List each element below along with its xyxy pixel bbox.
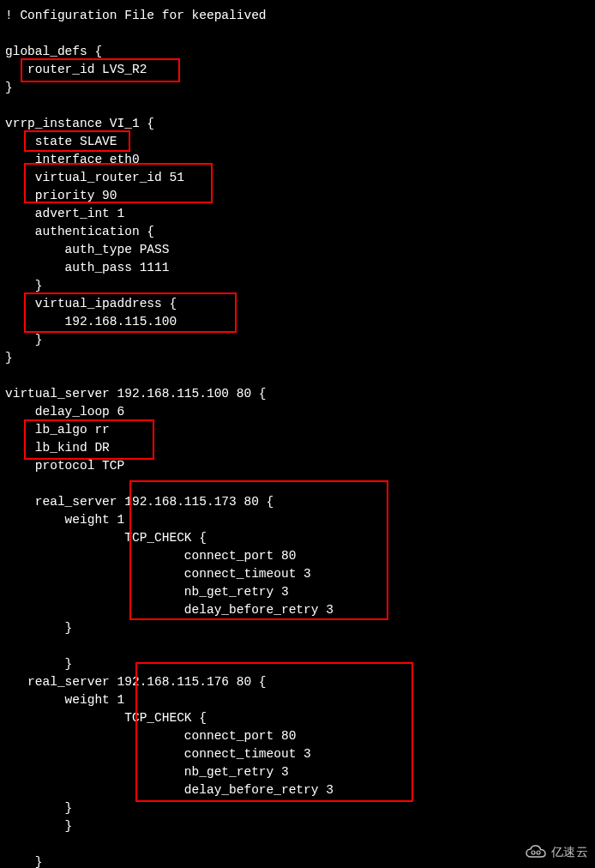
- config-text: ! Configuration File for keepalived glob…: [0, 0, 595, 868]
- config-screenshot: ! Configuration File for keepalived glob…: [0, 0, 595, 868]
